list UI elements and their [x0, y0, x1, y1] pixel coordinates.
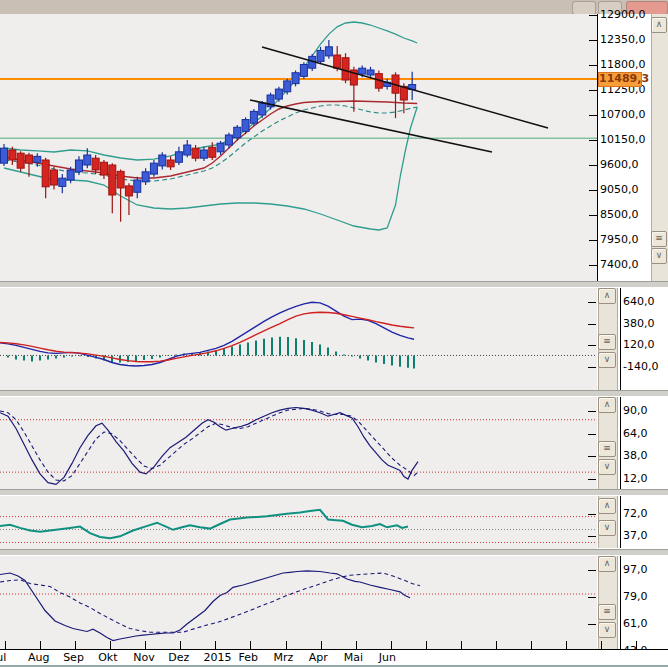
candle-body — [209, 147, 216, 157]
x-axis-label: Jun — [379, 651, 396, 664]
scroll-up-icon: ∧ — [599, 398, 615, 411]
x-axis-label: Nov — [133, 651, 154, 664]
pane-separator[interactable] — [0, 489, 668, 496]
axis-tick — [589, 40, 597, 41]
axis-label: 72,0 — [623, 508, 648, 520]
pane-axis-line — [620, 395, 621, 489]
axis-label: -140,0 — [623, 361, 658, 373]
axis-label: 79,0 — [623, 591, 648, 603]
ma-dashed — [4, 105, 417, 181]
candle-body — [92, 158, 99, 170]
axis-tick — [589, 190, 597, 191]
candle-body — [342, 58, 349, 80]
scroll-up-button[interactable]: ∧ — [598, 288, 616, 304]
candle-body — [359, 68, 366, 74]
axis-tick — [588, 324, 596, 325]
scroll-thumb-icon: ≡ — [599, 335, 615, 348]
candle-body — [300, 65, 307, 77]
price-pane-plot[interactable] — [0, 14, 597, 281]
axis-tick — [588, 302, 596, 303]
scroll-thumb-button[interactable]: ≡ — [598, 604, 616, 620]
axis-label: 64,0 — [623, 428, 648, 440]
candle-body — [292, 73, 299, 84]
candle-body — [34, 156, 41, 162]
x-axis-tick — [636, 641, 637, 649]
scroll-down-icon: ∨ — [599, 353, 615, 366]
candle-body — [234, 127, 241, 137]
axis-label: 61,0 — [623, 618, 648, 630]
macd-pane[interactable] — [0, 286, 597, 390]
x-axis-tick — [356, 641, 357, 649]
scroll-down-button[interactable]: ∨ — [651, 248, 667, 264]
axis-label: 38,0 — [623, 450, 648, 462]
pane-axis-line — [620, 494, 621, 548]
titlebar[interactable] — [0, 0, 668, 15]
axis-tick — [589, 240, 597, 241]
scroll-up-button[interactable]: ∧ — [651, 17, 667, 33]
stochastic-pane[interactable] — [0, 395, 597, 489]
candle-body — [284, 81, 291, 92]
pane-axis-line — [597, 14, 598, 281]
x-axis-tick — [531, 641, 532, 649]
macd-pane-plot[interactable] — [0, 286, 597, 390]
axis-label: 11800,0 — [600, 59, 646, 71]
axis-label: 97,0 — [623, 564, 648, 576]
axis-label: 9600,0 — [600, 159, 639, 171]
scroll-thumb-button[interactable]: ≡ — [651, 231, 667, 247]
candle-body — [317, 50, 324, 61]
candle-body — [217, 143, 224, 152]
x-axis-label: 2015 — [203, 651, 231, 664]
axis-label: 9050,0 — [600, 184, 639, 196]
scroll-down-button[interactable]: ∨ — [598, 520, 616, 536]
stoch-d — [0, 408, 418, 481]
slow-stochastic-pane[interactable] — [0, 554, 597, 649]
x-axis-label: Apr — [309, 651, 328, 664]
scroll-down-button[interactable]: ∨ — [598, 622, 616, 638]
candle-body — [67, 170, 74, 180]
candle-body — [142, 172, 149, 182]
price-pane[interactable] — [0, 14, 597, 281]
minimize-button[interactable] — [572, 1, 596, 15]
x-axis-tick — [426, 641, 427, 649]
x-axis-label: Mrz — [274, 651, 294, 664]
trendline[interactable] — [250, 100, 492, 152]
scroll-down-button[interactable]: ∨ — [598, 352, 616, 368]
candle-body — [334, 55, 341, 68]
scroll-thumb-icon: ≡ — [599, 605, 615, 618]
scroll-up-button[interactable]: ∧ — [598, 397, 616, 413]
scroll-thumb-button[interactable]: ≡ — [598, 441, 616, 457]
candle-body — [192, 148, 199, 158]
pane-separator[interactable] — [0, 390, 668, 397]
candle-body — [159, 155, 166, 166]
scroll-up-icon: ∧ — [599, 557, 615, 570]
scroll-thumb-button[interactable]: ≡ — [598, 334, 616, 350]
candle-body — [200, 150, 207, 158]
scroll-thumb-icon: ≡ — [599, 442, 615, 455]
rsi-pane[interactable] — [0, 494, 597, 548]
candle-body — [259, 103, 266, 115]
scroll-up-icon: ∧ — [599, 289, 615, 302]
candle-body — [1, 148, 8, 163]
current-price-tag: 11489,3 — [598, 72, 642, 87]
x-axis-tick — [286, 641, 287, 649]
trendline[interactable] — [262, 47, 548, 128]
rsi-pane-plot[interactable] — [0, 494, 597, 548]
scroll-up-button[interactable]: ∧ — [598, 498, 616, 514]
pane-separator[interactable] — [0, 549, 668, 557]
axis-tick — [589, 165, 597, 166]
candle-body — [250, 111, 257, 123]
axis-tick — [589, 90, 597, 91]
scroll-up-button[interactable]: ∧ — [598, 556, 616, 572]
axis-label: 640,0 — [623, 296, 655, 308]
pane-separator[interactable] — [0, 281, 668, 288]
stochastic-pane-plot[interactable] — [0, 395, 597, 489]
candle-body — [59, 178, 66, 186]
axis-label: 90,0 — [623, 405, 648, 417]
slow-stochastic-pane-plot[interactable] — [0, 554, 597, 649]
axis-label: 12900,0 — [600, 9, 646, 21]
x-axis-tick — [40, 641, 41, 649]
x-axis-tick — [110, 641, 111, 649]
scroll-down-button[interactable]: ∨ — [598, 459, 616, 475]
x-axis-tick — [75, 641, 76, 649]
candle-body — [17, 153, 24, 168]
